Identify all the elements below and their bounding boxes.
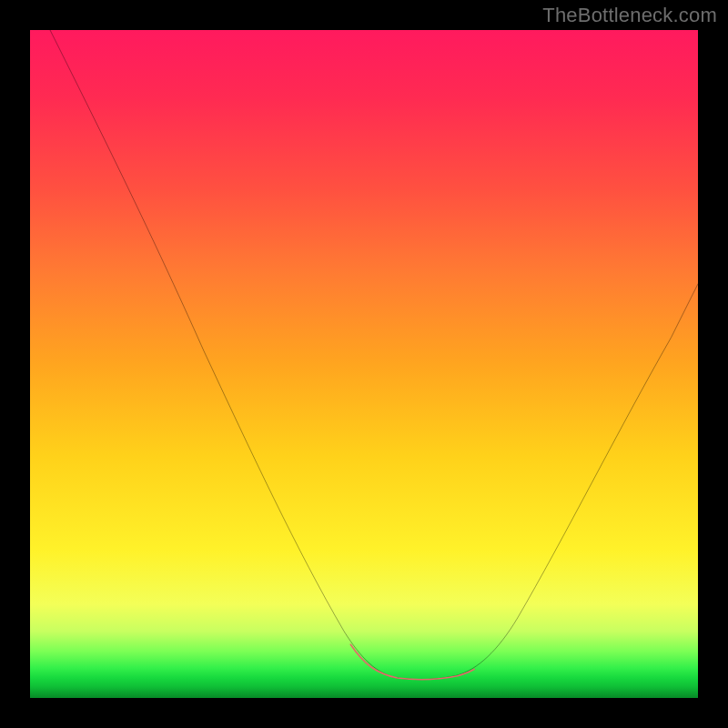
base-highlight: [350, 644, 474, 679]
bottleneck-curve: [50, 30, 698, 680]
chart-frame: TheBottleneck.com: [0, 0, 728, 728]
plot-area: [30, 30, 698, 698]
watermark-text: TheBottleneck.com: [542, 4, 717, 27]
curve-layer: [30, 30, 698, 698]
